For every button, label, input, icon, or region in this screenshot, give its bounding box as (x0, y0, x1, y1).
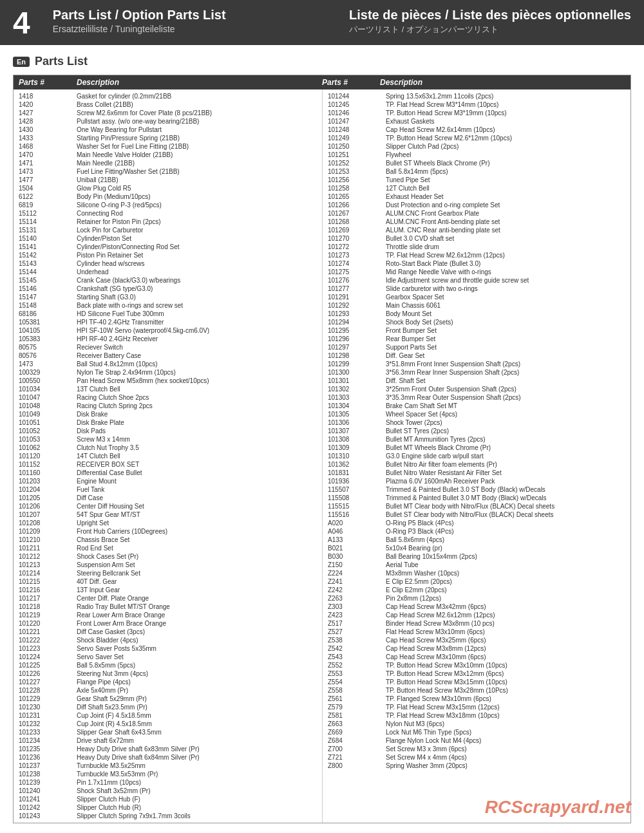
part-description: Brake Cam Shaft Set MT (386, 402, 625, 409)
table-row: 101203Engine Mount (19, 477, 317, 485)
part-number: 101234 (19, 737, 77, 744)
part-description: 54T Spur Gear MT/ST (77, 511, 317, 518)
part-description: Ball Stud 4.8x12mm (10pcs) (77, 360, 317, 368)
table-row: Z669Lock Nut M6 Thin Type (5pcs) (328, 728, 625, 736)
part-description: Cylinder/Piston/Connecting Rod Set (77, 243, 317, 250)
part-number: 101242 (19, 804, 77, 811)
part-number: 1470 (19, 151, 77, 158)
part-description: TP. Button Head Screw M3x28mm (10Pcs) (386, 687, 625, 694)
part-number: 104105 (19, 327, 77, 334)
table-row: 80575Reciever Switch (19, 343, 317, 351)
table-row: 15145Crank Case (black/G3.0) w/bearings (19, 276, 317, 285)
part-description: Cap Head Screw M3x8mm (12pcs) (386, 645, 625, 652)
table-row: 101236Heavy Duty Drive shaft 6x84mm Silv… (19, 753, 317, 762)
part-description: Bullet ST Tyres (2pcs) (386, 427, 625, 435)
part-number: 101249 (328, 135, 386, 142)
part-number: 115507 (328, 486, 386, 493)
table-row: 115508Trimmed & Painted Bullet 3.0 MT Bo… (328, 494, 625, 502)
right-column: 101244Spring 13.5x63x1.2mm 11coils (2pcs… (322, 89, 630, 823)
table-row: 101213Suspension Arm Set (19, 561, 317, 569)
table-row: 101266Dust Protection and o-ring complet… (328, 201, 625, 209)
table-row: Z303Cap Head Screw M3x42mm (6pcs) (328, 603, 625, 611)
part-description: Plazma 6.0V 1600mAh Receiver Pack (386, 478, 625, 485)
part-description: ALUM.CNC Front Gearbox Plate (386, 210, 625, 217)
part-number: 101240 (19, 787, 77, 794)
table-row: 101265Exhaust Header Set (328, 192, 625, 201)
part-description: Cylinder head w/screws (77, 260, 317, 267)
table-row: 101242Slipper Clutch Hub (R) (19, 803, 317, 812)
table-row: 101243Slipper Clutch Spring 7x9x1.7mm 3c… (19, 812, 317, 820)
part-number: Z581 (328, 712, 386, 719)
part-description: Uniball (21BB) (77, 176, 317, 183)
table-row: 105381HPI TF-40 2.4GHz Transmitter (19, 318, 317, 326)
part-number: A020 (328, 519, 386, 527)
table-row: 101062Clutch Nut Trophy 3.5 (19, 444, 317, 452)
part-number: Z579 (328, 704, 386, 711)
table-row: 101209Front Hub Carriers (10Degrees) (19, 527, 317, 536)
part-number: 101299 (328, 360, 386, 368)
part-number: 101049 (19, 411, 77, 418)
part-description: 13T Clutch Bell (77, 386, 317, 393)
part-number: 1428 (19, 118, 77, 125)
table-row: 115515Bullet MT Clear body with Nitro/Fl… (328, 502, 625, 510)
part-number: 101215 (19, 578, 77, 585)
part-description: Cap Head Screw M2.6x14mm (10pcs) (386, 126, 625, 133)
table-row: 101275Mid Range Needle Valve with o-ring… (328, 268, 625, 276)
table-row: 101227Flange Pipe (4pcs) (19, 678, 317, 686)
part-number: 101302 (328, 386, 386, 393)
part-number: 1504 (19, 185, 77, 192)
part-description: TP. Flat Head Screw M2.6x12mm (12pcs) (386, 252, 625, 259)
table-row: 101211Rod End Set (19, 544, 317, 552)
part-description: Receiver Battery Case (77, 352, 317, 359)
part-description: Ball 5.8x14mm (5pcs) (386, 168, 625, 175)
part-number: 101277 (328, 285, 386, 292)
part-description: Shock Shaft 3x52mm (Pr) (77, 787, 317, 794)
part-description: Heavy Duty Drive shaft 6x84mm Silver (Pr… (77, 754, 317, 761)
table-row: 101304Brake Cam Shaft Set MT (328, 402, 625, 410)
part-description: Diff. Gear Set (386, 352, 625, 359)
part-number: 101247 (328, 118, 386, 125)
table-row: 101206Center Diff Housing Set (19, 502, 317, 510)
table-row: 1013033*35.3mm Rear Outer Suspension Sha… (328, 393, 625, 402)
part-description: Exhaust Gaskets (386, 118, 625, 125)
part-description: Crankshaft (SG type/G3.0) (77, 285, 317, 292)
table-row: 101249TP. Button Head Screw M2.6*12mm (1… (328, 134, 625, 142)
part-description: Axle 5x40mm (Pr) (77, 687, 317, 694)
table-row: 101048Racing Clutch Spring 2pcs (19, 402, 317, 410)
part-description: 3*35.3mm Rear Outer Suspension Shaft (2p… (386, 394, 625, 401)
table-row: 101231Cup Joint (F) 4.5x18.5mm (19, 711, 317, 720)
table-row: 101152RECEIVER BOX SET (19, 460, 317, 469)
table-row: 101270Bullet 3.0 CVD shaft set (328, 234, 625, 243)
table-row: 101309Bullet MT Wheels Black Chrome (Pr) (328, 444, 625, 452)
part-number: 115516 (328, 511, 386, 518)
part-description: Engine Mount (77, 478, 317, 485)
header-title-de: Ersatzteililiste / Tuningteileliste (53, 24, 226, 34)
table-row: 101245TP. Flat Head Screw M3*14mm (10pcs… (328, 100, 625, 109)
part-number: 101224 (19, 653, 77, 660)
table-row: 101246TP. Button Head Screw M3*19mm (10p… (328, 109, 625, 117)
table-row: A133Ball 5.8x6mm (4pcs) (328, 536, 625, 544)
part-description: Cap Head Screw M3x25mm (6pcs) (386, 637, 625, 644)
part-description: O-Ring P3 Black (4Pcs) (386, 528, 625, 535)
part-number: 101239 (19, 779, 77, 786)
table-row: Z543Cap Head Screw M3x10mm (6pcs) (328, 653, 625, 661)
part-description: E Clip E2.5mm (20pcs) (386, 578, 625, 585)
part-number: 101238 (19, 771, 77, 778)
part-number: 101062 (19, 444, 77, 451)
part-description: Turnbuckle M3.5x53mm (Pr) (77, 771, 317, 778)
part-number: 101219 (19, 612, 77, 619)
table-row: 101047Racing Clutch Shoe 2pcs (19, 393, 317, 402)
part-number: 15146 (19, 285, 77, 292)
part-description: Bullet ST Wheels Black Chrome (Pr) (386, 160, 625, 167)
part-number: 101223 (19, 645, 77, 652)
part-description: Disk Pads (77, 427, 317, 435)
part-description: Slipper Clutch Hub (F) (77, 796, 317, 803)
part-description: Spring Washer 3mm (20pcs) (386, 762, 625, 769)
part-description: Servo Saver Posts 5x35mm (77, 645, 317, 652)
table-row: 1473Fuel Line Fitting/Washer Set (21BB) (19, 167, 317, 176)
table-row: 15148Back plate with o-rings and screw s… (19, 301, 317, 310)
part-number: 101303 (328, 394, 386, 401)
table-row: 101293Body Mount Set (328, 310, 625, 318)
parts-list-header: En Parts List (13, 55, 631, 68)
part-description: Nylon Nut M3 (6pcs) (386, 720, 625, 727)
